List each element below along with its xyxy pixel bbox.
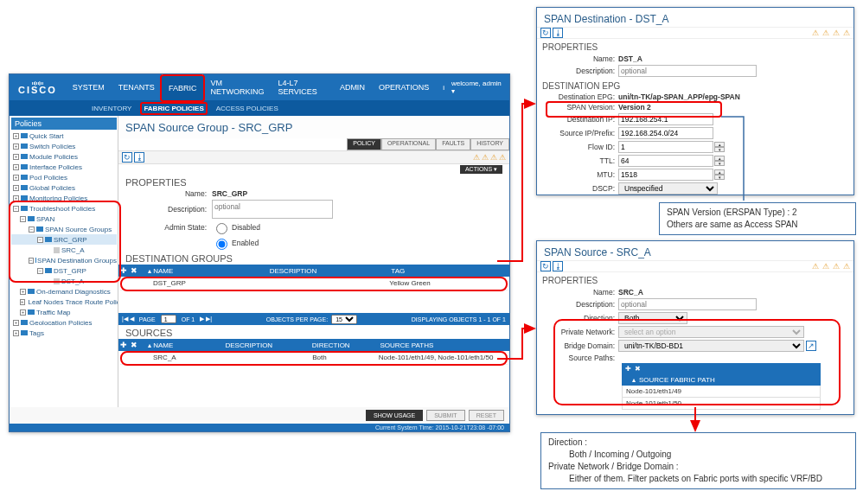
show-usage-button[interactable]: SHOW USAGE (366, 410, 423, 421)
tree-item[interactable]: +Traffic Map (11, 307, 117, 317)
opp-select[interactable]: 15 (331, 315, 357, 324)
expand-icon[interactable]: − (37, 268, 43, 274)
dest-ip-input[interactable] (618, 113, 713, 125)
expand-icon[interactable]: − (29, 258, 34, 264)
flow-id-input[interactable] (618, 141, 713, 153)
tab-system[interactable]: SYSTEM (66, 74, 112, 100)
pop1-desc-input[interactable] (618, 65, 757, 77)
tab-vm-networking[interactable]: VM NETWORKING (203, 74, 271, 100)
enabled-radio[interactable] (216, 239, 227, 250)
tree-item[interactable]: +Pod Policies (11, 172, 117, 182)
pop2-desc-input[interactable] (618, 298, 757, 310)
bridge-domain-select[interactable]: uni/tn-TK/BD-BD1 (618, 340, 804, 352)
spin-down-icon[interactable]: ▾ (714, 175, 725, 180)
tree-item[interactable]: −Troubleshoot Policies (11, 203, 117, 214)
tree-item[interactable]: −DST_GRP (11, 265, 117, 276)
tree-item[interactable]: +Global Policies (11, 182, 117, 193)
expand-icon[interactable]: + (13, 195, 19, 201)
welcome-label[interactable]: welcome, admin ▾ (451, 80, 502, 95)
mtu-input[interactable] (618, 169, 713, 181)
go-icon[interactable]: ↗ (806, 341, 816, 351)
expand-icon[interactable]: + (13, 164, 19, 170)
tree-item[interactable]: +Interface Policies (11, 162, 117, 172)
reset-button[interactable]: RESET (469, 410, 504, 421)
info-icon[interactable]: i (443, 84, 444, 92)
source-path-row[interactable]: Node-101/eth1/49 (622, 386, 821, 398)
expand-icon[interactable]: − (13, 206, 19, 212)
sub-inventory[interactable]: INVENTORY (92, 105, 131, 112)
tree-item[interactable]: +Geolocation Policies (11, 317, 117, 328)
tree-item[interactable]: −SRC_GRP (11, 234, 117, 245)
remove-icon[interactable]: ✖ (129, 341, 139, 349)
expand-icon[interactable]: + (13, 154, 19, 160)
expand-icon[interactable]: − (37, 237, 43, 243)
tree-item[interactable]: +On-demand Diagnostics (11, 286, 117, 297)
tree-item[interactable]: −SPAN (11, 214, 117, 224)
expand-icon[interactable]: − (20, 216, 26, 222)
add-icon[interactable]: ✚ (625, 365, 631, 373)
folder-icon (21, 175, 28, 180)
expand-icon[interactable]: + (13, 185, 19, 191)
expand-icon[interactable]: + (20, 299, 25, 305)
col-desc: DESCRIPTION (266, 267, 388, 275)
tab-history[interactable]: HISTORY (470, 138, 509, 150)
expand-icon[interactable]: + (13, 133, 19, 139)
spin-down-icon[interactable]: ▾ (714, 147, 725, 152)
tab-l4l7[interactable]: L4-L7 SERVICES (271, 74, 333, 100)
folder-icon (21, 133, 28, 138)
dest-row[interactable]: DST_GRP Yellow Green (120, 277, 508, 290)
tab-faults[interactable]: FAULTS (436, 138, 470, 150)
tree-item[interactable]: +Leaf Nodes Trace Route Policy (11, 297, 117, 307)
warn-icon: ⚠ (843, 262, 850, 271)
submit-button[interactable]: SUBMIT (426, 410, 464, 421)
remove-icon[interactable]: ✖ (129, 266, 139, 275)
tab-fabric[interactable]: FABRIC (162, 74, 204, 100)
src-ip-input[interactable] (618, 127, 713, 139)
tree-item[interactable]: −SPAN Source Groups (11, 224, 117, 234)
expand-icon[interactable]: − (29, 226, 35, 233)
sub-access-policies[interactable]: ACCESS POLICIES (216, 105, 278, 112)
tree-item[interactable]: SRC_A (11, 245, 117, 255)
refresh-icon[interactable]: ↻ (122, 152, 132, 163)
desc-input[interactable] (212, 200, 333, 219)
add-icon[interactable]: ✚ (118, 266, 129, 275)
tree-item[interactable]: +Module Policies (11, 151, 117, 162)
tree-item[interactable]: +Quick Start (11, 131, 117, 141)
tree-item[interactable]: +Switch Policies (11, 141, 117, 151)
private-network-select[interactable]: select an option (618, 326, 804, 338)
download-icon[interactable]: ⭳ (553, 28, 563, 38)
src-row[interactable]: SRC_A Both Node-101/eth1/49, Node-101/et… (120, 351, 508, 365)
expand-icon[interactable]: + (20, 289, 26, 295)
tab-operations[interactable]: OPERATIONS (372, 74, 436, 100)
tab-admin[interactable]: ADMIN (333, 74, 372, 100)
tab-policy[interactable]: POLICY (347, 138, 381, 150)
actions-button[interactable]: ACTIONS ▾ (460, 165, 502, 174)
add-icon[interactable]: ✚ (118, 341, 129, 349)
expand-icon[interactable]: + (13, 330, 19, 336)
page-input[interactable] (161, 315, 176, 323)
expand-icon[interactable]: + (13, 144, 19, 150)
remove-icon[interactable]: ✖ (635, 365, 641, 373)
source-path-row[interactable]: Node-101/eth1/50 (622, 398, 821, 410)
tree-item[interactable]: −SPAN Destination Groups (11, 255, 117, 265)
col-name: ▴ NAME (144, 341, 221, 349)
tab-operational[interactable]: OPERATIONAL (381, 138, 436, 150)
expand-icon[interactable]: + (20, 309, 26, 316)
sub-fabric-policies[interactable]: FABRIC POLICIES (144, 105, 203, 112)
expand-icon[interactable]: + (13, 175, 19, 181)
tree-item[interactable]: +Tags (11, 328, 117, 338)
dscp-select[interactable]: Unspecified (618, 182, 718, 195)
refresh-icon[interactable]: ↻ (540, 28, 551, 38)
download-icon[interactable]: ⭳ (134, 152, 144, 163)
disabled-radio[interactable] (216, 223, 227, 234)
dest-row-desc (268, 279, 387, 287)
download-icon[interactable]: ⭳ (553, 261, 563, 271)
tab-tenants[interactable]: TENANTS (112, 74, 162, 100)
spin-down-icon[interactable]: ▾ (714, 161, 725, 166)
direction-select[interactable]: Both (618, 312, 687, 324)
expand-icon[interactable]: + (13, 320, 19, 326)
refresh-icon[interactable]: ↻ (540, 261, 551, 271)
ttl-input[interactable] (618, 155, 713, 167)
tree-item[interactable]: DST_A (11, 276, 117, 286)
tree-item[interactable]: +Monitoring Policies (11, 193, 117, 203)
